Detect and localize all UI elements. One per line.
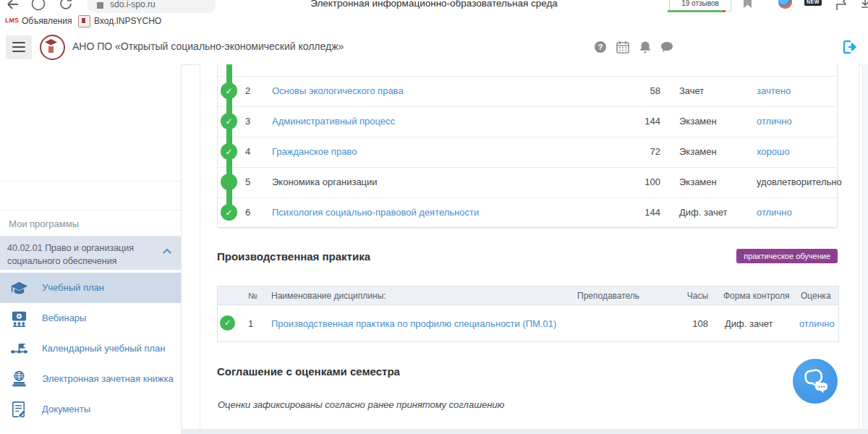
- grade-link[interactable]: зачтено: [757, 85, 791, 96]
- completed-check-icon: [221, 143, 237, 160]
- url-text[interactable]: sdo.i-spo.ru: [110, 0, 156, 9]
- control-form: Диф. зачет: [725, 318, 773, 329]
- grade-link[interactable]: отлично: [757, 207, 792, 218]
- hours-value: 144: [630, 116, 660, 127]
- sidebar: Мои программы 40.02.01 Право и организац…: [0, 64, 182, 434]
- webinar-icon: [9, 309, 29, 328]
- help-icon[interactable]: ?: [593, 40, 608, 54]
- grade-link[interactable]: отлично: [757, 116, 792, 127]
- college-logo[interactable]: [40, 35, 65, 60]
- completed-check-icon: [221, 204, 237, 221]
- browser-extension-icon[interactable]: [30, 0, 46, 13]
- calendar-icon[interactable]: [616, 40, 630, 54]
- agreement-note: Оценки зафиксированы согласно ранее прин…: [218, 399, 504, 410]
- reviews-rating-bar: [668, 10, 726, 12]
- flag-icon[interactable]: [833, 0, 849, 13]
- lms-favicon: LMS: [5, 17, 19, 24]
- hours-value: 72: [630, 146, 660, 157]
- chevron-up-icon: [163, 248, 171, 254]
- control-form: Экзамен: [679, 146, 717, 157]
- download-icon[interactable]: [859, 0, 868, 13]
- lock-icon: [97, 2, 103, 9]
- bookmark-ribbon-icon[interactable]: [744, 0, 752, 8]
- table-row: 2 Основы экологического права 58 Зачет з…: [218, 76, 837, 107]
- control-form: Диф. зачет: [679, 207, 727, 218]
- menu-toggle-button[interactable]: [6, 35, 32, 59]
- logout-icon[interactable]: [841, 38, 858, 56]
- sidebar-program-header[interactable]: 40.02.01 Право и организация социального…: [0, 237, 181, 270]
- sidebar-item-webinars[interactable]: Вебинары: [0, 303, 181, 333]
- table-row: 6 Психология социально-правовой деятельн…: [218, 197, 837, 229]
- program-title: 40.02.01 Право и организация социального…: [7, 243, 134, 266]
- new-extension-badge[interactable]: NEW: [804, 0, 822, 6]
- address-bar[interactable]: sdo.i-spo.ru: [87, 0, 216, 13]
- discipline-link[interactable]: Основы экологического права: [272, 85, 404, 96]
- sidebar-item-documents[interactable]: Документы: [0, 394, 181, 425]
- progress-dot-icon: [221, 174, 237, 190]
- row-number: 2: [245, 85, 250, 96]
- bookmark-inpsycho-login[interactable]: Вход.INPSYCHO: [94, 16, 161, 26]
- col-hours: Часы: [673, 291, 708, 301]
- practice-type-badge: практическое обучение: [736, 249, 838, 263]
- table-row: 5 Экономика организации 100 Экзамен удов…: [218, 167, 837, 198]
- col-number: №: [248, 291, 258, 301]
- row-number: 1: [248, 318, 253, 329]
- graduation-cap-icon: [9, 278, 29, 298]
- chat-bubbles-icon: [801, 368, 830, 396]
- svg-text:?: ?: [598, 43, 603, 51]
- sidebar-item-study-plan[interactable]: Учебный план: [0, 273, 181, 303]
- app-header: АНО ПО «Открытый социально-экономический…: [0, 30, 868, 65]
- table-row: 4 Гражданское право 72 Экзамен хорошо: [218, 137, 837, 168]
- reviews-rating-bar-negative: [723, 10, 726, 12]
- hours-value: 108: [673, 318, 708, 329]
- col-discipline: Наименование дисциплины:: [271, 291, 386, 301]
- screenshot-root: sdo.i-spo.ru Электронная информационно-о…: [0, 0, 868, 434]
- col-grade: Оценка: [801, 291, 831, 301]
- bookmarks-bar: LMS Объявления Вход.INPSYCHO: [0, 13, 868, 31]
- table-row: 3 Административный процесс 144 Экзамен о…: [218, 106, 837, 137]
- milestone-plan-icon: [9, 339, 29, 359]
- practice-section-title: Производственная практика: [217, 250, 370, 263]
- back-icon[interactable]: [6, 0, 20, 12]
- row-number: 5: [245, 176, 250, 187]
- sidebar-item-label: Вебинары: [42, 312, 86, 323]
- sidebar-item-calendar-plan[interactable]: Календарный учебный план: [0, 333, 181, 364]
- practice-table-header: № Наименование дисциплины: Преподаватель…: [218, 286, 838, 305]
- practice-table: № Наименование дисциплины: Преподаватель…: [217, 286, 839, 342]
- discipline-link[interactable]: Административный процесс: [272, 116, 395, 127]
- reload-icon[interactable]: [58, 0, 74, 13]
- emblem-favicon: [78, 15, 90, 27]
- sidebar-top-panel: [0, 64, 181, 182]
- table-row: 1 Производственная практика по профилю с…: [218, 305, 838, 341]
- completed-check-icon: [221, 113, 237, 129]
- completed-check-icon: [220, 315, 235, 331]
- scrollbar[interactable]: [862, 64, 868, 434]
- control-form: Экзамен: [679, 116, 717, 127]
- bookmark-announcements[interactable]: Объявления: [22, 16, 72, 26]
- completed-check-icon: [221, 82, 237, 99]
- org-name: АНО ПО «Открытый социально-экономический…: [72, 41, 344, 52]
- firefox-icon[interactable]: [778, 0, 792, 9]
- row-number: 4: [245, 146, 250, 157]
- discipline-link[interactable]: Психология социально-правовой деятельнос…: [272, 207, 479, 218]
- hours-value: 144: [630, 207, 660, 218]
- sidebar-item-label: Электронная зачетная книжка: [42, 373, 174, 384]
- notifications-bell-icon[interactable]: [638, 40, 652, 54]
- discipline-link[interactable]: Гражданское право: [272, 146, 357, 157]
- discipline-name: Экономика организации: [272, 176, 378, 187]
- row-number: 3: [245, 116, 250, 127]
- globe-books-icon: [9, 370, 29, 389]
- hours-value: 100: [630, 176, 660, 187]
- sidebar-item-label: Календарный учебный план: [42, 343, 165, 354]
- document-pencil-icon: [9, 400, 29, 420]
- discipline-link[interactable]: Производственная практика по профилю спе…: [271, 318, 556, 329]
- sidebar-item-gradebook[interactable]: Электронная зачетная книжка: [0, 364, 181, 394]
- grade-link[interactable]: отлично: [799, 318, 835, 329]
- messages-icon[interactable]: [660, 40, 674, 54]
- grade-link[interactable]: хорошо: [757, 146, 790, 157]
- row-number: 6: [245, 207, 250, 218]
- sidebar-item-label: Документы: [42, 404, 90, 414]
- col-control-form: Форма контроля: [723, 291, 790, 301]
- browser-tab-title: Электронная информационно-образовательна…: [310, 0, 558, 9]
- support-chat-button[interactable]: [793, 359, 838, 404]
